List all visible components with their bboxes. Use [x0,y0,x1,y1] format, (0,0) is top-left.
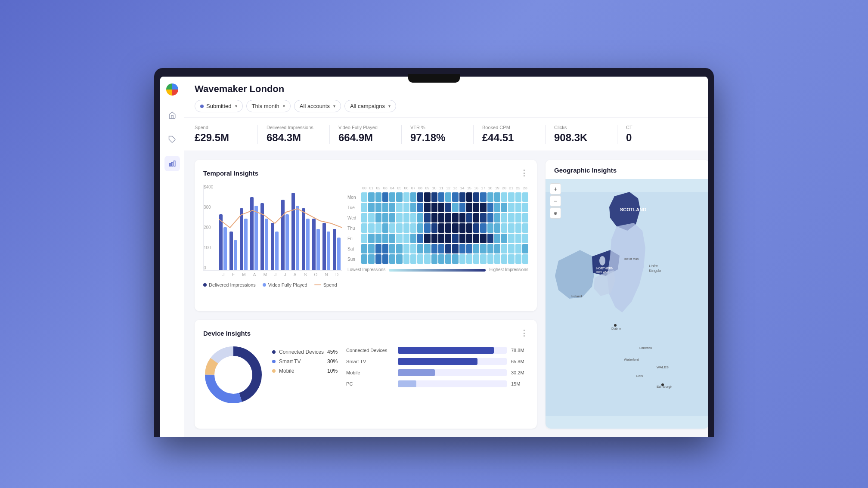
heatmap-cell-Mon-09[interactable] [424,192,430,202]
heatmap-cell-Wed-05[interactable] [396,213,402,222]
heatmap-cell-Sun-18[interactable] [487,254,493,264]
heatmap-cell-Mon-23[interactable] [522,192,528,202]
heatmap-cell-Thu-02[interactable] [375,223,381,233]
heatmap-cell-Thu-14[interactable] [459,223,465,233]
heatmap-cell-Sat-11[interactable] [438,244,444,253]
heatmap-cell-Mon-20[interactable] [501,192,507,202]
heatmap-cell-Fri-17[interactable] [480,234,486,243]
heatmap-cell-Wed-15[interactable] [466,213,472,222]
heatmap-cell-Mon-21[interactable] [508,192,514,202]
heatmap-cell-Fri-01[interactable] [368,234,374,243]
heatmap-cell-Tue-00[interactable] [361,203,367,212]
heatmap-cell-Sat-12[interactable] [445,244,451,253]
heatmap-cell-Sat-05[interactable] [396,244,402,253]
map-zoom-out-button[interactable]: − [550,195,561,207]
heatmap-cell-Fri-16[interactable] [473,234,479,243]
heatmap-cell-Thu-01[interactable] [368,223,374,233]
heatmap-cell-Mon-17[interactable] [480,192,486,202]
heatmap-cell-Wed-18[interactable] [487,213,493,222]
heatmap-cell-Sat-20[interactable] [501,244,507,253]
heatmap-cell-Sun-12[interactable] [445,254,451,264]
heatmap-cell-Wed-00[interactable] [361,213,367,222]
heatmap-cell-Mon-08[interactable] [417,192,423,202]
heatmap-cell-Tue-13[interactable] [452,203,458,212]
heatmap-cell-Fri-05[interactable] [396,234,402,243]
heatmap-cell-Tue-15[interactable] [466,203,472,212]
heatmap-cell-Fri-04[interactable] [389,234,395,243]
heatmap-cell-Tue-06[interactable] [403,203,409,212]
heatmap-cell-Sat-18[interactable] [487,244,493,253]
heatmap-cell-Thu-17[interactable] [480,223,486,233]
heatmap-cell-Sat-22[interactable] [515,244,521,253]
heatmap-cell-Sun-00[interactable] [361,254,367,264]
heatmap-cell-Sat-07[interactable] [410,244,416,253]
heatmap-cell-Fri-06[interactable] [403,234,409,243]
heatmap-cell-Sun-09[interactable] [424,254,430,264]
sidebar-home-icon[interactable] [164,108,180,123]
heatmap-cell-Thu-08[interactable] [417,223,423,233]
heatmap-cell-Sun-16[interactable] [473,254,479,264]
heatmap-cell-Thu-00[interactable] [361,223,367,233]
heatmap-cell-Tue-14[interactable] [459,203,465,212]
heatmap-cell-Fri-00[interactable] [361,234,367,243]
heatmap-cell-Mon-19[interactable] [494,192,500,202]
heatmap-cell-Sun-22[interactable] [515,254,521,264]
heatmap-cell-Wed-19[interactable] [494,213,500,222]
heatmap-cell-Fri-03[interactable] [382,234,388,243]
heatmap-cell-Thu-22[interactable] [515,223,521,233]
heatmap-cell-Fri-13[interactable] [452,234,458,243]
heatmap-cell-Tue-12[interactable] [445,203,451,212]
heatmap-cell-Mon-04[interactable] [389,192,395,202]
sidebar-tag-icon[interactable] [164,132,180,147]
heatmap-cell-Thu-15[interactable] [466,223,472,233]
heatmap-cell-Fri-07[interactable] [410,234,416,243]
heatmap-cell-Thu-20[interactable] [501,223,507,233]
heatmap-cell-Sat-02[interactable] [375,244,381,253]
heatmap-cell-Wed-20[interactable] [501,213,507,222]
heatmap-cell-Wed-16[interactable] [473,213,479,222]
heatmap-cell-Fri-08[interactable] [417,234,423,243]
heatmap-cell-Mon-02[interactable] [375,192,381,202]
heatmap-cell-Mon-10[interactable] [431,192,437,202]
heatmap-cell-Sat-03[interactable] [382,244,388,253]
heatmap-cell-Sun-06[interactable] [403,254,409,264]
heatmap-cell-Sat-00[interactable] [361,244,367,253]
account-filter[interactable]: All accounts ▾ [294,100,341,112]
heatmap-cell-Thu-13[interactable] [452,223,458,233]
temporal-menu-icon[interactable]: ⋮ [520,168,528,178]
heatmap-cell-Mon-07[interactable] [410,192,416,202]
heatmap-cell-Mon-00[interactable] [361,192,367,202]
heatmap-cell-Fri-02[interactable] [375,234,381,243]
heatmap-cell-Wed-21[interactable] [508,213,514,222]
heatmap-cell-Mon-11[interactable] [438,192,444,202]
heatmap-cell-Thu-11[interactable] [438,223,444,233]
heatmap-cell-Mon-22[interactable] [515,192,521,202]
heatmap-cell-Sun-11[interactable] [438,254,444,264]
heatmap-cell-Sat-14[interactable] [459,244,465,253]
heatmap-cell-Thu-09[interactable] [424,223,430,233]
heatmap-cell-Tue-07[interactable] [410,203,416,212]
heatmap-cell-Sun-10[interactable] [431,254,437,264]
heatmap-cell-Tue-18[interactable] [487,203,493,212]
heatmap-cell-Fri-15[interactable] [466,234,472,243]
heatmap-cell-Wed-04[interactable] [389,213,395,222]
heatmap-cell-Mon-06[interactable] [403,192,409,202]
map-zoom-in-button[interactable]: + [550,183,561,195]
heatmap-cell-Fri-19[interactable] [494,234,500,243]
heatmap-cell-Mon-16[interactable] [473,192,479,202]
device-menu-icon[interactable]: ⋮ [520,328,528,338]
heatmap-cell-Wed-08[interactable] [417,213,423,222]
heatmap-cell-Thu-21[interactable] [508,223,514,233]
heatmap-cell-Tue-23[interactable] [522,203,528,212]
sidebar-chart-icon[interactable] [164,156,180,171]
heatmap-cell-Sat-10[interactable] [431,244,437,253]
campaign-filter[interactable]: All campaigns ▾ [344,100,396,112]
heatmap-cell-Wed-06[interactable] [403,213,409,222]
heatmap-cell-Tue-09[interactable] [424,203,430,212]
heatmap-cell-Wed-09[interactable] [424,213,430,222]
heatmap-cell-Sat-15[interactable] [466,244,472,253]
heatmap-cell-Tue-19[interactable] [494,203,500,212]
heatmap-cell-Wed-22[interactable] [515,213,521,222]
heatmap-cell-Wed-01[interactable] [368,213,374,222]
heatmap-cell-Thu-03[interactable] [382,223,388,233]
